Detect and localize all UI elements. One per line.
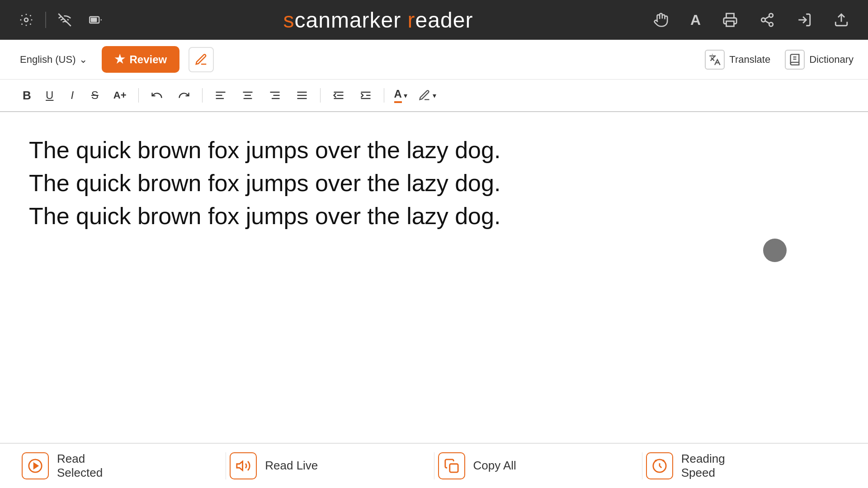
undo-button[interactable] <box>146 87 168 104</box>
language-selector[interactable]: English (US) ⌄ <box>14 50 93 69</box>
print-button[interactable] <box>718 11 742 28</box>
nav-right-actions: A <box>649 11 854 28</box>
chevron-down-icon: ⌄ <box>79 54 87 66</box>
strikethrough-button[interactable]: S <box>86 87 104 104</box>
text-line-2: The quick brown fox jumps over the lazy … <box>29 167 839 200</box>
fmt-separator-4 <box>384 88 384 103</box>
gesture-button[interactable] <box>649 11 673 28</box>
bold-button[interactable]: B <box>18 87 36 104</box>
italic-button[interactable]: I <box>64 87 81 104</box>
svg-point-5 <box>761 18 765 22</box>
bottom-divider-1 <box>226 452 226 479</box>
highlight-color-button[interactable]: ▾ <box>415 87 439 103</box>
fmt-separator-3 <box>320 88 321 103</box>
text-color-button[interactable]: A ▾ <box>392 86 410 105</box>
bottom-divider-2 <box>434 452 434 479</box>
bottom-bar: Read Selected Read Live Copy All <box>0 443 868 488</box>
copy-all-label: Copy All <box>473 459 516 473</box>
top-navbar: scanmarker reader A <box>0 0 868 40</box>
redo-button[interactable] <box>173 87 195 104</box>
bottom-divider-3 <box>642 452 642 479</box>
export-button[interactable] <box>829 11 854 28</box>
read-selected-icon <box>22 452 49 479</box>
nav-divider <box>45 12 46 28</box>
svg-line-7 <box>765 21 769 23</box>
import-button[interactable] <box>792 11 816 28</box>
review-button[interactable]: ★ Review <box>102 46 179 73</box>
translate-icon-box <box>705 50 725 70</box>
star-icon: ★ <box>114 52 125 66</box>
review-label: Review <box>129 53 167 66</box>
svg-rect-2 <box>91 18 97 22</box>
text-line-3: The quick brown fox jumps over the lazy … <box>29 200 839 233</box>
toolbar-row2: B U I S A+ <box>0 80 868 112</box>
fmt-separator-2 <box>202 88 203 103</box>
signal-icon-button[interactable] <box>53 11 76 28</box>
svg-point-6 <box>769 23 773 27</box>
translate-label: Translate <box>729 54 770 66</box>
app-title: scanmarker reader <box>117 8 640 33</box>
underline-button[interactable]: U <box>41 87 58 104</box>
dictionary-button[interactable]: Dictionary <box>785 50 854 70</box>
fmt-separator-1 <box>138 88 139 103</box>
highlight-dropdown-icon: ▾ <box>433 91 436 100</box>
read-live-action[interactable]: Read Live <box>230 452 430 479</box>
svg-marker-32 <box>34 463 38 468</box>
align-right-button[interactable] <box>264 87 286 104</box>
copy-all-action[interactable]: Copy All <box>438 452 638 479</box>
read-selected-action[interactable]: Read Selected <box>22 452 222 480</box>
right-actions: Translate Dictionary <box>705 50 854 70</box>
content-text[interactable]: The quick brown fox jumps over the lazy … <box>29 134 839 232</box>
nav-left-icons <box>14 11 108 28</box>
reading-speed-label: Reading Speed <box>681 452 725 480</box>
color-dropdown-icon: ▾ <box>404 91 407 100</box>
reading-speed-action[interactable]: Reading Speed <box>646 452 846 480</box>
svg-point-4 <box>769 14 773 17</box>
reading-speed-icon <box>646 452 673 479</box>
dictionary-label: Dictionary <box>809 54 854 66</box>
align-justify-button[interactable] <box>291 87 313 104</box>
svg-point-0 <box>24 18 28 22</box>
align-left-button[interactable] <box>210 87 231 104</box>
svg-marker-33 <box>237 461 243 470</box>
translate-button[interactable]: Translate <box>705 50 770 70</box>
content-area[interactable]: The quick brown fox jumps over the lazy … <box>0 112 868 443</box>
read-live-label: Read Live <box>265 459 318 473</box>
read-selected-label: Read Selected <box>57 452 103 480</box>
font-size-button[interactable]: A+ <box>109 87 131 104</box>
svg-rect-3 <box>726 21 734 26</box>
copy-all-icon <box>438 452 465 479</box>
share-button[interactable] <box>755 11 779 28</box>
highlight-button[interactable] <box>189 47 214 72</box>
drag-handle[interactable] <box>763 239 787 262</box>
battery-icon-button[interactable] <box>83 11 108 28</box>
dictionary-icon-box <box>785 50 805 70</box>
align-center-button[interactable] <box>237 87 259 104</box>
toolbar-row1: English (US) ⌄ ★ Review Translate <box>0 40 868 80</box>
indent-increase-button[interactable] <box>355 87 377 104</box>
indent-decrease-button[interactable] <box>328 87 349 104</box>
svg-line-8 <box>765 16 769 19</box>
language-label: English (US) <box>20 54 75 66</box>
font-settings-button[interactable]: A <box>686 11 705 28</box>
svg-rect-34 <box>449 464 458 472</box>
read-live-icon <box>230 452 257 479</box>
text-line-1: The quick brown fox jumps over the lazy … <box>29 134 839 167</box>
settings-button[interactable] <box>14 11 38 28</box>
